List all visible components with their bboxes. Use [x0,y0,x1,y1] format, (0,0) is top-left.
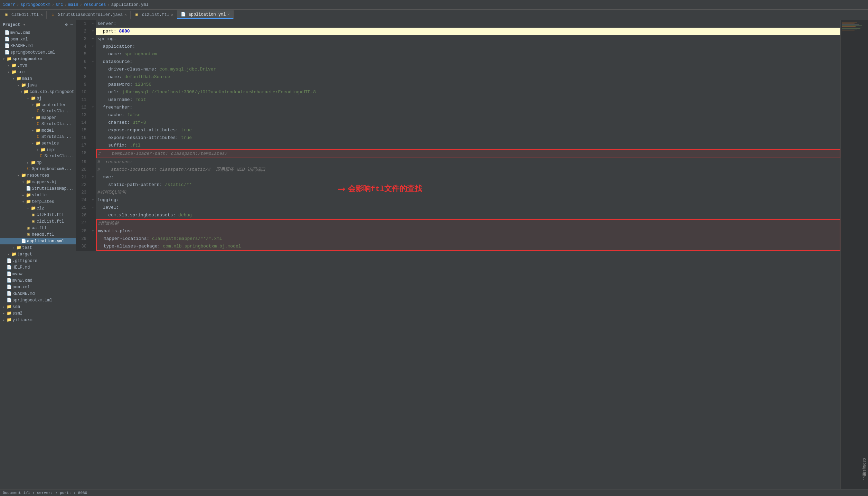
sidebar-header: Project ▾ ⚙ — [0,20,76,29]
line-num-28: 28 [76,227,90,235]
tree-item-readmemd[interactable]: 📄README.md [0,43,76,49]
tree-item-gitignore[interactable]: 📄.gitignore [0,258,76,264]
project-dropdown-icon[interactable]: ▾ [23,22,25,27]
line-num-24: 24 [76,196,90,204]
tree-item-com[interactable]: ▾📁com.xlb.springboot [0,88,76,95]
breadcrumb-main[interactable]: main [68,2,78,7]
top-bar: iderr › springbootxm › src › main › reso… [0,0,868,10]
tree-label: StrutsCla... [41,122,71,127]
sidebar-collapse-icon[interactable]: — [70,22,73,27]
tree-item-pomxml2[interactable]: 📄pom.xml [0,284,76,290]
tab-clzList-close[interactable]: ✕ [171,12,173,17]
breadcrumb-iderr[interactable]: iderr [3,2,15,7]
line-fold-27 [90,219,96,227]
tab-applicationYml-close[interactable]: ✕ [228,12,230,17]
tab-applicationYml[interactable]: 📄 application.yml ✕ [177,10,234,19]
tree-item-iml2[interactable]: 📄springbootxm.iml [0,297,76,303]
breadcrumb-src[interactable]: src [56,2,63,7]
tree-item-strutsclassmap[interactable]: 📄StrutsClassMap... [0,185,76,192]
tree-item-src[interactable]: ▾📁src [0,69,76,75]
code-line-6: 6 ▾ datasource: [76,58,840,66]
tree-item-strutsimpl[interactable]: CStrutsCla... [0,153,76,159]
line-content-3: spring: [96,35,840,43]
tree-item-springbootxm[interactable]: ▾📁springbootxm [0,56,76,62]
line-fold-25[interactable]: ▾ [90,204,96,212]
tree-item-target[interactable]: ▸📁target [0,251,76,258]
tree-item-templates[interactable]: ▾📁templates [0,198,76,205]
line-fold-1[interactable]: ▾ [90,20,96,28]
tab-clzList[interactable]: ▣ clzList.ftl ✕ [131,11,177,19]
tree-item-aaftl[interactable]: ▣aa.ftl [0,225,76,231]
line-fold-21[interactable]: ▾ [90,174,96,181]
tree-item-mapper[interactable]: ▾📁mapper [0,114,76,121]
tree-label: controller [41,103,66,107]
code-line-16: 16 expose-session-attributes: true [76,134,840,142]
tree-item-mp[interactable]: ▸📁mp [0,159,76,166]
tree-item-static[interactable]: ▸📁static [0,192,76,198]
code-line-22: 22 static-path-pattern: /static/** [76,181,840,189]
tree-item-mvn[interactable]: ▸📁.mvn [0,62,76,69]
tree-item-ssm2[interactable]: ▸📁ssm2 [0,310,76,317]
tab-StrutsClassController-close[interactable]: ✕ [124,12,127,17]
tree-item-applicationyml[interactable]: 📄application.yml [0,238,76,244]
yml-icon: 📄 [21,238,26,244]
tree-item-service[interactable]: ▾📁service [0,140,76,147]
tree-item-yiliaoxm[interactable]: ▸📁yiliaoxm [0,317,76,323]
tab-clzEdit-close[interactable]: ✕ [40,12,43,17]
xml-icon: 📄 [26,186,31,191]
breadcrumb-resources[interactable]: resources [84,2,106,7]
breadcrumb-project[interactable]: springbootxm [20,2,50,7]
tree-item-bj[interactable]: ▾📁bj [0,95,76,102]
tree-item-mvnwcmd2[interactable]: 📄mvnw.cmd [0,277,76,284]
main-content: Project ▾ ⚙ — 📄mvnw.cmd 📄pom.xml 📄README… [0,20,868,489]
tree-item-helpmd[interactable]: 📄HELP.md [0,264,76,271]
code-line-18: 18 # template-loader-path: classpath:/te… [76,149,840,158]
line-num-18: 18 [76,149,90,158]
tree-item-readmemd2[interactable]: 📄README.md [0,290,76,297]
line-content-19: # resources: [96,158,840,166]
line-fold-24[interactable]: ▾ [90,196,96,204]
file-icon: 📄 [6,271,12,277]
tree-label: mapper [41,115,56,120]
tree-item-main[interactable]: ▾📁main [0,75,76,82]
tree-item-pomxml[interactable]: 📄pom.xml [0,36,76,43]
tab-clzEdit[interactable]: ▣ clzEdit.ftl ✕ [0,11,47,19]
tree-item-test[interactable]: ▸📁test [0,244,76,251]
line-fold-3[interactable]: ▾ [90,35,96,43]
sidebar-settings-icon[interactable]: ⚙ [65,22,68,27]
tree-item-impl[interactable]: ▾📁impl [0,147,76,153]
line-num-26: 26 [76,212,90,219]
tree-item-headd[interactable]: ▣headd.ftl [0,231,76,238]
tree-item-mvnw2[interactable]: 📄mvnw [0,271,76,277]
tree-item-resources[interactable]: ▾📁resources [0,172,76,179]
tree-item-strutsmodel[interactable]: CStrutsCla... [0,134,76,140]
tree-item-iml[interactable]: 📄springbootviem.iml [0,49,76,56]
tree-item-mappersbj[interactable]: ▾📁mappers.bj [0,179,76,185]
code-line-8: 8 name: defaultDataSource [76,73,840,81]
line-num-20: 20 [76,166,90,174]
tree-item-clzedit[interactable]: ▣clzEdit.ftl [0,212,76,218]
tree-item-strutscontroller[interactable]: CStrutsCla... [0,108,76,114]
editor-content[interactable]: 1 ▾ server: 2 ▾ port: 8080 3 ▾ spr [76,20,840,489]
line-num-7: 7 [76,66,90,73]
line-num-21: 21 [76,174,90,181]
tree-item-mvnwcmd[interactable]: 📄mvnw.cmd [0,29,76,36]
line-fold-12[interactable]: ▾ [90,104,96,111]
line-fold-4[interactable]: ▾ [90,43,96,50]
tree-item-model[interactable]: ▾📁model [0,127,76,134]
tree-label: ssm [12,305,20,309]
tree-item-springbootxma[interactable]: CSpringbootxmA... [0,166,76,172]
line-fold-16 [90,134,96,142]
tree-item-controller[interactable]: ▾📁controller [0,102,76,108]
tree-item-clz[interactable]: ▾📁clz [0,205,76,212]
line-fold-2[interactable]: ▾ [90,28,96,35]
tab-StrutsClassController[interactable]: ☕ StrutsClassController.java ✕ [47,11,131,19]
tree-item-ssm[interactable]: ▸📁ssm [0,303,76,310]
line-fold-6[interactable]: ▾ [90,58,96,66]
tree-label: StrutsCla... [41,109,71,114]
line-fold-28[interactable]: ▾ [90,227,96,235]
path-text: Document 1/1 › server: › port: › 8080 [3,491,87,495]
tree-item-java[interactable]: ▾📁java [0,82,76,88]
tree-item-strutsmapper[interactable]: CStrutsCla... [0,121,76,127]
tree-item-clzlist[interactable]: ▣clzList.ftl [0,218,76,225]
